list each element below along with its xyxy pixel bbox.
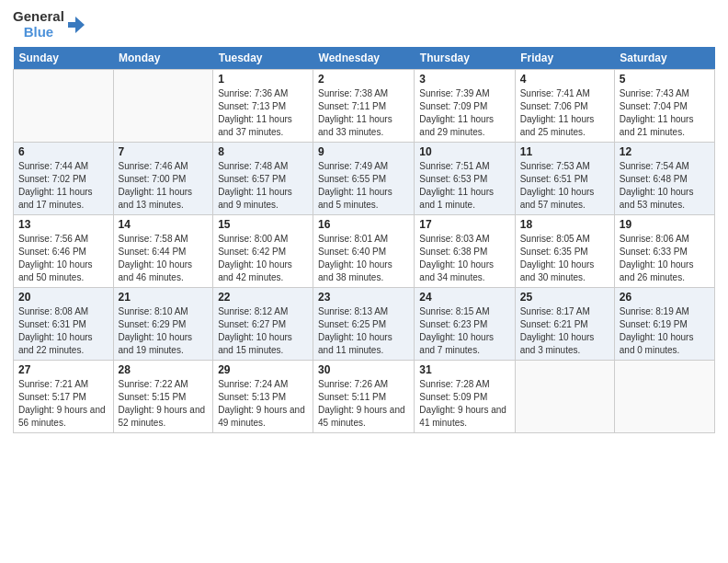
day-number: 20 xyxy=(18,291,108,304)
day-detail: Sunrise: 7:48 AMSunset: 6:57 PMDaylight:… xyxy=(218,160,308,212)
calendar-cell: 15Sunrise: 8:00 AMSunset: 6:42 PMDayligh… xyxy=(213,215,313,288)
day-number: 21 xyxy=(119,291,209,304)
day-number: 18 xyxy=(520,218,609,231)
day-number: 30 xyxy=(318,363,409,376)
day-detail: Sunrise: 7:28 AMSunset: 5:09 PMDaylight:… xyxy=(419,378,509,430)
calendar-cell: 1Sunrise: 7:36 AMSunset: 7:13 PMDaylight… xyxy=(213,70,313,143)
day-detail: Sunrise: 7:39 AMSunset: 7:09 PMDaylight:… xyxy=(419,87,509,139)
calendar-cell: 9Sunrise: 7:49 AMSunset: 6:55 PMDaylight… xyxy=(313,143,415,215)
day-number: 14 xyxy=(119,218,209,231)
calendar-cell: 29Sunrise: 7:24 AMSunset: 5:13 PMDayligh… xyxy=(213,361,313,433)
logo-text: General Blue xyxy=(13,9,86,40)
calendar-cell: 13Sunrise: 7:56 AMSunset: 6:46 PMDayligh… xyxy=(14,215,114,288)
day-detail: Sunrise: 7:53 AMSunset: 6:51 PMDaylight:… xyxy=(520,160,609,212)
day-detail: Sunrise: 7:22 AMSunset: 5:15 PMDaylight:… xyxy=(119,378,209,430)
day-number: 6 xyxy=(18,145,108,158)
day-detail: Sunrise: 7:56 AMSunset: 6:46 PMDaylight:… xyxy=(18,233,108,284)
day-number: 28 xyxy=(119,363,209,376)
day-header-friday: Friday xyxy=(515,47,614,70)
logo: General Blue xyxy=(13,9,86,40)
day-detail: Sunrise: 7:51 AMSunset: 6:53 PMDaylight:… xyxy=(419,160,509,212)
day-detail: Sunrise: 7:49 AMSunset: 6:55 PMDaylight:… xyxy=(318,160,409,212)
day-number: 13 xyxy=(18,218,108,231)
day-header-saturday: Saturday xyxy=(614,47,714,70)
calendar-cell: 8Sunrise: 7:48 AMSunset: 6:57 PMDaylight… xyxy=(213,143,313,215)
calendar-cell xyxy=(515,361,614,433)
day-detail: Sunrise: 8:13 AMSunset: 6:25 PMDaylight:… xyxy=(318,305,409,357)
calendar-cell: 12Sunrise: 7:54 AMSunset: 6:48 PMDayligh… xyxy=(614,143,714,215)
day-detail: Sunrise: 7:41 AMSunset: 7:06 PMDaylight:… xyxy=(520,87,609,139)
day-header-thursday: Thursday xyxy=(415,47,515,70)
calendar-cell: 3Sunrise: 7:39 AMSunset: 7:09 PMDaylight… xyxy=(415,70,515,143)
calendar-cell: 5Sunrise: 7:43 AMSunset: 7:04 PMDaylight… xyxy=(614,70,714,143)
day-number: 23 xyxy=(318,291,409,304)
day-number: 22 xyxy=(218,291,308,304)
calendar-cell: 21Sunrise: 8:10 AMSunset: 6:29 PMDayligh… xyxy=(113,288,213,361)
day-number: 3 xyxy=(419,73,509,86)
page-header: General Blue xyxy=(13,9,715,40)
day-detail: Sunrise: 7:54 AMSunset: 6:48 PMDaylight:… xyxy=(620,160,710,212)
day-number: 10 xyxy=(419,145,509,158)
calendar-cell: 28Sunrise: 7:22 AMSunset: 5:15 PMDayligh… xyxy=(113,361,213,433)
day-detail: Sunrise: 7:36 AMSunset: 7:13 PMDaylight:… xyxy=(218,87,308,139)
day-number: 7 xyxy=(119,145,209,158)
day-detail: Sunrise: 8:10 AMSunset: 6:29 PMDaylight:… xyxy=(119,305,209,357)
day-detail: Sunrise: 8:08 AMSunset: 6:31 PMDaylight:… xyxy=(18,305,108,357)
calendar-cell: 27Sunrise: 7:21 AMSunset: 5:17 PMDayligh… xyxy=(14,361,114,433)
calendar-cell: 2Sunrise: 7:38 AMSunset: 7:11 PMDaylight… xyxy=(313,70,415,143)
day-number: 29 xyxy=(218,363,308,376)
day-number: 17 xyxy=(419,218,509,231)
svg-marker-0 xyxy=(68,17,85,33)
day-number: 4 xyxy=(520,73,609,86)
day-detail: Sunrise: 8:00 AMSunset: 6:42 PMDaylight:… xyxy=(218,233,308,284)
day-detail: Sunrise: 7:24 AMSunset: 5:13 PMDaylight:… xyxy=(218,378,308,430)
day-number: 5 xyxy=(620,73,710,86)
day-detail: Sunrise: 8:19 AMSunset: 6:19 PMDaylight:… xyxy=(620,305,710,357)
calendar-cell: 24Sunrise: 8:15 AMSunset: 6:23 PMDayligh… xyxy=(415,288,515,361)
calendar-cell xyxy=(113,70,213,143)
day-number: 9 xyxy=(318,145,409,158)
day-number: 31 xyxy=(419,363,509,376)
calendar-cell: 4Sunrise: 7:41 AMSunset: 7:06 PMDaylight… xyxy=(515,70,614,143)
day-header-monday: Monday xyxy=(113,47,213,70)
calendar-cell: 11Sunrise: 7:53 AMSunset: 6:51 PMDayligh… xyxy=(515,143,614,215)
day-number: 11 xyxy=(520,145,609,158)
day-number: 26 xyxy=(620,291,710,304)
day-detail: Sunrise: 8:06 AMSunset: 6:33 PMDaylight:… xyxy=(620,233,710,284)
calendar-cell: 31Sunrise: 7:28 AMSunset: 5:09 PMDayligh… xyxy=(415,361,515,433)
logo-arrow-icon xyxy=(66,15,86,35)
day-number: 16 xyxy=(318,218,409,231)
day-number: 8 xyxy=(218,145,308,158)
calendar-cell: 17Sunrise: 8:03 AMSunset: 6:38 PMDayligh… xyxy=(415,215,515,288)
day-number: 25 xyxy=(520,291,609,304)
calendar-cell: 30Sunrise: 7:26 AMSunset: 5:11 PMDayligh… xyxy=(313,361,415,433)
calendar-cell: 25Sunrise: 8:17 AMSunset: 6:21 PMDayligh… xyxy=(515,288,614,361)
day-number: 2 xyxy=(318,73,409,86)
calendar-cell: 22Sunrise: 8:12 AMSunset: 6:27 PMDayligh… xyxy=(213,288,313,361)
day-detail: Sunrise: 8:17 AMSunset: 6:21 PMDaylight:… xyxy=(520,305,609,357)
day-header-wednesday: Wednesday xyxy=(313,47,415,70)
day-detail: Sunrise: 7:44 AMSunset: 7:02 PMDaylight:… xyxy=(18,160,108,212)
day-detail: Sunrise: 7:21 AMSunset: 5:17 PMDaylight:… xyxy=(18,378,108,430)
day-detail: Sunrise: 8:03 AMSunset: 6:38 PMDaylight:… xyxy=(419,233,509,284)
calendar-cell: 18Sunrise: 8:05 AMSunset: 6:35 PMDayligh… xyxy=(515,215,614,288)
day-number: 15 xyxy=(218,218,308,231)
calendar-cell: 20Sunrise: 8:08 AMSunset: 6:31 PMDayligh… xyxy=(14,288,114,361)
calendar-cell: 16Sunrise: 8:01 AMSunset: 6:40 PMDayligh… xyxy=(313,215,415,288)
calendar: SundayMondayTuesdayWednesdayThursdayFrid… xyxy=(13,47,715,433)
day-header-tuesday: Tuesday xyxy=(213,47,313,70)
calendar-cell: 19Sunrise: 8:06 AMSunset: 6:33 PMDayligh… xyxy=(614,215,714,288)
day-detail: Sunrise: 8:05 AMSunset: 6:35 PMDaylight:… xyxy=(520,233,609,284)
calendar-cell: 7Sunrise: 7:46 AMSunset: 7:00 PMDaylight… xyxy=(113,143,213,215)
calendar-cell: 14Sunrise: 7:58 AMSunset: 6:44 PMDayligh… xyxy=(113,215,213,288)
calendar-cell xyxy=(614,361,714,433)
calendar-cell: 10Sunrise: 7:51 AMSunset: 6:53 PMDayligh… xyxy=(415,143,515,215)
day-number: 24 xyxy=(419,291,509,304)
calendar-cell: 6Sunrise: 7:44 AMSunset: 7:02 PMDaylight… xyxy=(14,143,114,215)
day-detail: Sunrise: 7:58 AMSunset: 6:44 PMDaylight:… xyxy=(119,233,209,284)
day-number: 12 xyxy=(620,145,710,158)
day-number: 1 xyxy=(218,73,308,86)
day-detail: Sunrise: 7:38 AMSunset: 7:11 PMDaylight:… xyxy=(318,87,409,139)
day-number: 27 xyxy=(18,363,108,376)
day-number: 19 xyxy=(620,218,710,231)
